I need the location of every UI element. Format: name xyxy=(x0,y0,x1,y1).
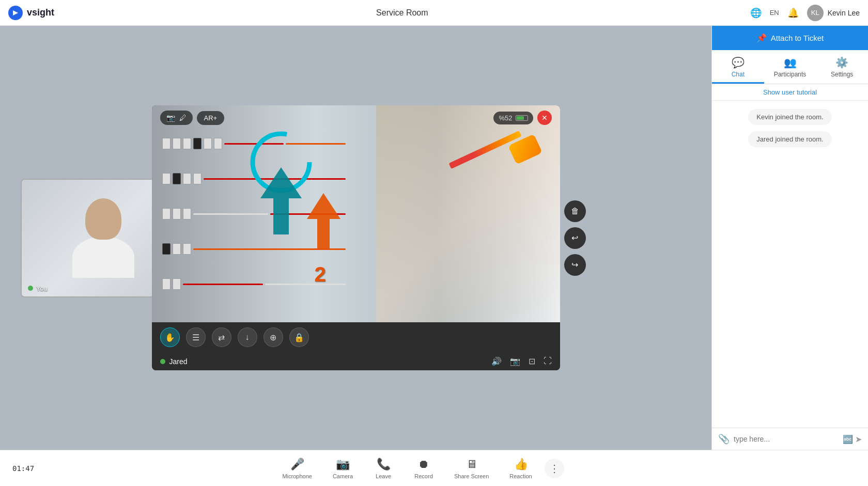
tab-chat[interactable]: 💬 Chat xyxy=(712,50,764,84)
attach-to-ticket-header[interactable]: 📌 Attach to Ticket xyxy=(712,26,868,50)
person-body xyxy=(72,237,134,278)
electrical-panel-bg xyxy=(152,105,560,322)
participant-controls: 🔊 📷 ⊡ ⛶ xyxy=(491,356,552,366)
chat-input[interactable] xyxy=(734,435,839,443)
participants-tab-icon: 👥 xyxy=(784,56,797,69)
more-button[interactable]: ⋮ xyxy=(545,459,564,478)
participant-info: Jared xyxy=(160,357,188,366)
participant-pip-icon[interactable]: ⊡ xyxy=(529,356,535,366)
right-tabs: 💬 Chat 👥 Participants ⚙️ Settings xyxy=(712,50,868,84)
lang-label: EN xyxy=(770,9,779,17)
globe-tool-btn[interactable]: ⊕ xyxy=(264,327,283,347)
battery-info: %52 xyxy=(493,112,533,124)
chat-attach-icon[interactable]: 📎 xyxy=(718,433,730,445)
delete-btn[interactable]: 🗑 xyxy=(564,200,586,222)
video-canvas: 2 xyxy=(152,105,560,322)
chat-messages: Kevin joined the room. Jared joined the … xyxy=(712,101,868,428)
right-panel: 📌 Attach to Ticket 💬 Chat 👥 Participants… xyxy=(711,26,868,450)
svg-marker-0 xyxy=(13,10,18,15)
share-screen-icon: 🖥 xyxy=(466,458,477,471)
ar-pill: 📷 🖊 xyxy=(160,111,193,125)
reaction-label: Reaction xyxy=(509,473,532,479)
chat-send-icons: 🔤 ➤ xyxy=(843,434,862,444)
svg-marker-3 xyxy=(307,193,340,250)
avatar: KL xyxy=(807,5,824,21)
main-video-container: 📷 🖊 AR+ %52 ✕ xyxy=(152,105,560,370)
reaction-icon: 👍 xyxy=(514,458,528,471)
main-content: You ⊡ ⛶ 📷 🖊 AR+ xyxy=(0,26,868,450)
participants-tab-label: Participants xyxy=(774,71,807,78)
tab-participants[interactable]: 👥 Participants xyxy=(764,50,816,84)
camera-icon: 📷 xyxy=(166,114,175,122)
chat-tab-label: Chat xyxy=(732,71,745,78)
bottom-controls: 🎤 Microphone 📷 Camera 📞 Leave ⏺ Record 🖥… xyxy=(274,454,564,482)
redo-btn[interactable]: ↪ xyxy=(564,254,586,276)
logo-icon xyxy=(8,6,23,20)
room-title: Service Room xyxy=(376,8,428,18)
person-head xyxy=(85,198,121,240)
logo-area: vsight xyxy=(8,6,54,20)
camera-ctrl[interactable]: 📷 Camera xyxy=(324,454,361,482)
self-video-label: You xyxy=(28,285,48,292)
translate-icon[interactable]: 🔤 xyxy=(843,434,853,444)
globe-icon[interactable]: 🌐 xyxy=(750,7,762,19)
menu-tool-btn[interactable]: ☰ xyxy=(186,327,206,347)
send-icon[interactable]: ➤ xyxy=(855,434,862,444)
top-right-controls: 🌐 EN 🔔 KL Kevin Lee xyxy=(750,5,860,21)
close-button[interactable]: ✕ xyxy=(537,111,552,125)
battery-pct: %52 xyxy=(499,114,512,122)
bottom-bar: 01:47 🎤 Microphone 📷 Camera 📞 Leave ⏺ Re… xyxy=(0,450,868,486)
record-ctrl[interactable]: ⏺ Record xyxy=(406,454,442,482)
call-timer: 01:47 xyxy=(12,464,34,473)
main-video-wrapper: 📷 🖊 AR+ %52 ✕ xyxy=(152,105,560,370)
microphone-ctrl[interactable]: 🎤 Microphone xyxy=(274,454,320,482)
ar-number-2: 2 xyxy=(315,263,326,286)
leave-ctrl[interactable]: 📞 Leave xyxy=(365,454,401,482)
video-toolbar: ✋ ☰ ⇄ ↓ ⊕ 🔒 xyxy=(152,322,560,352)
pointer-tool-btn[interactable]: ✋ xyxy=(160,327,180,347)
share-screen-label: Share Screen xyxy=(454,473,489,479)
notification-icon[interactable]: 🔔 xyxy=(787,7,799,19)
participant-volume-icon[interactable]: 🔊 xyxy=(491,356,502,366)
swap-tool-btn[interactable]: ⇄ xyxy=(212,327,231,347)
show-tutorial-link[interactable]: Show user tutorial xyxy=(712,84,868,101)
lock-tool-btn[interactable]: 🔒 xyxy=(289,327,309,347)
left-area: You ⊡ ⛶ 📷 🖊 AR+ xyxy=(0,26,711,450)
tab-settings[interactable]: ⚙️ Settings xyxy=(816,50,868,84)
participant-name: Jared xyxy=(169,357,188,366)
user-name: Kevin Lee xyxy=(828,9,860,17)
undo-btn[interactable]: ↩ xyxy=(564,227,586,249)
participant-fullscreen-icon[interactable]: ⛶ xyxy=(544,356,552,366)
settings-tab-icon: ⚙️ xyxy=(835,56,848,69)
self-dot xyxy=(28,286,33,291)
logo-text: vsight xyxy=(27,7,54,18)
participant-bar: Jared 🔊 📷 ⊡ ⛶ xyxy=(152,352,560,370)
attach-icon: 📌 xyxy=(756,33,767,43)
microphone-label: Microphone xyxy=(282,473,312,479)
svg-marker-2 xyxy=(260,167,302,234)
leave-label: Leave xyxy=(376,473,391,479)
share-screen-ctrl[interactable]: 🖥 Share Screen xyxy=(446,454,497,482)
user-menu[interactable]: KL Kevin Lee xyxy=(807,5,860,21)
video-top-bar: 📷 🖊 AR+ %52 ✕ xyxy=(152,111,560,125)
ar-arrow-orange xyxy=(307,193,340,250)
participant-online-dot xyxy=(160,359,165,364)
system-message-kevin: Kevin joined the room. xyxy=(748,109,831,125)
ar-arrow-blue xyxy=(260,167,302,234)
ar-badge[interactable]: AR+ xyxy=(197,111,225,125)
side-toolbar: 🗑 ↩ ↪ xyxy=(564,200,586,276)
camera-label: Camera xyxy=(333,473,353,479)
self-video-name: You xyxy=(36,285,48,292)
leave-icon: 📞 xyxy=(377,458,391,471)
ar-controls: 📷 🖊 AR+ xyxy=(160,111,225,125)
reaction-ctrl[interactable]: 👍 Reaction xyxy=(501,454,540,482)
download-tool-btn[interactable]: ↓ xyxy=(238,327,257,347)
record-icon: ⏺ xyxy=(418,458,429,471)
chat-input-area: 📎 🔤 ➤ xyxy=(712,428,868,450)
attach-label: Attach to Ticket xyxy=(771,34,824,42)
participant-camera-icon[interactable]: 📷 xyxy=(510,356,520,366)
record-label: Record xyxy=(414,473,432,479)
microphone-icon: 🎤 xyxy=(290,458,304,471)
system-message-jared: Jared joined the room. xyxy=(748,131,831,147)
battery-fill xyxy=(517,116,524,120)
